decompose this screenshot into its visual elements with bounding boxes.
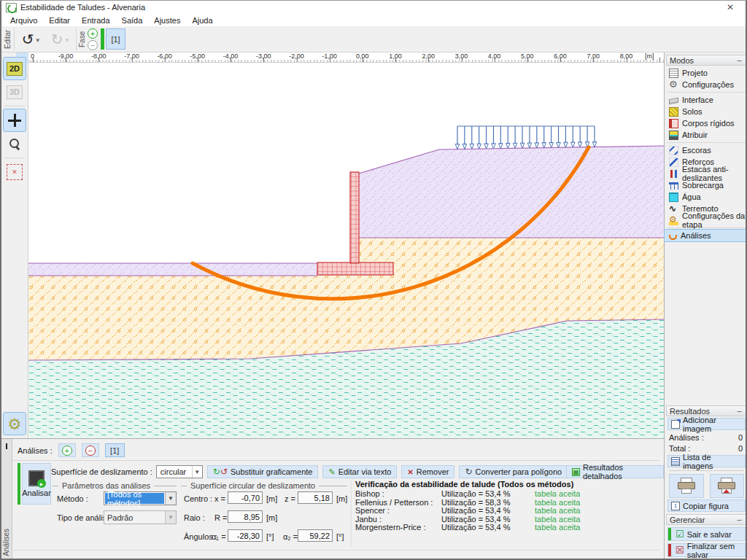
replace-graphically-button[interactable]: Substituir graficamente (207, 465, 319, 478)
wall-footing (317, 262, 393, 275)
detailed-results-button[interactable]: Resultados detalhados (566, 465, 664, 478)
add-phase-button[interactable]: + (88, 28, 98, 39)
copy-figure-icon (671, 502, 680, 510)
sidebar-item-interface[interactable]: Interface (665, 94, 747, 106)
ruler-tick-label: -8,00 (91, 52, 107, 60)
separator (4, 158, 25, 158)
menu-entrada[interactable]: Entrada (76, 15, 116, 26)
minimize-icon[interactable] (735, 407, 744, 415)
refresh-icon (223, 467, 228, 477)
copy-figure-button[interactable]: Copiar figura (667, 499, 746, 512)
analysis-tab-1[interactable]: [1] (105, 443, 125, 457)
zoom-button[interactable] (4, 133, 26, 155)
edit-via-text-button[interactable]: Editar via texto (322, 465, 397, 478)
phase-tab-1[interactable]: [1] (106, 28, 125, 50)
sidebar-item-label: Configurações (682, 80, 734, 89)
alpha1-field[interactable] (228, 529, 263, 542)
remove-button[interactable]: Remover (401, 465, 454, 478)
surface-type-dropdown[interactable]: circular ▼ (156, 465, 203, 478)
project-document-icon (669, 69, 678, 78)
exit-without-saving-button[interactable]: Finalizar sem salvar (667, 543, 746, 557)
main-toolbar: Editar Fase + − [1] (1, 26, 746, 52)
ruler-tick-label: -2,00 (289, 52, 304, 60)
sidebar-item-escoras[interactable]: Escoras (665, 144, 747, 156)
chevron-down-icon (63, 35, 69, 44)
sidebar-item-corpos-rígidos[interactable]: Corpos rígidos (665, 117, 747, 129)
drawing-settings-button[interactable] (4, 413, 26, 435)
sidebar-item-atribuir[interactable]: Atribuir (665, 129, 747, 141)
verification-row: Bishop :Utilização = 53,4 %tabela aceita (355, 490, 662, 499)
menu-editar[interactable]: Editar (43, 15, 76, 26)
alpha2-field[interactable] (298, 529, 333, 542)
pan-button[interactable] (4, 109, 26, 131)
center-z-field[interactable] (298, 491, 333, 504)
refresh-icon (213, 467, 220, 477)
chevron-down-icon: ▼ (165, 492, 176, 505)
sidebar-item-label: Atribuir (682, 131, 708, 139)
center-x-field[interactable] (228, 491, 263, 504)
magnifier-icon (9, 138, 20, 149)
image-list-button[interactable]: Lista de imagens (667, 455, 746, 467)
undo-button[interactable] (18, 28, 44, 50)
ruler-tick-label: 1,00 (389, 52, 402, 60)
sidebar-item-água[interactable]: Água (665, 191, 747, 203)
radius-field[interactable] (228, 510, 263, 523)
sidebar-item-estacas-anti-deslizantes[interactable]: Estacas anti-deslizantes (665, 168, 747, 179)
chevron-down-icon[interactable] (34, 35, 40, 44)
sidebar-item-label: Projeto (682, 69, 708, 77)
printer-icon (677, 478, 696, 494)
print-buttons-row (669, 474, 744, 498)
settings-gear-icon (669, 80, 678, 90)
modos-list: ProjetoConfiguraçõesInterfaceSolosCorpos… (665, 67, 747, 241)
analises-vertical-tab[interactable]: Análises (2, 529, 10, 556)
menu-ajuda[interactable]: Ajuda (186, 15, 218, 26)
add-image-icon (671, 420, 680, 429)
print-document-button[interactable] (669, 474, 704, 498)
sidebar-item-solos[interactable]: Solos (665, 106, 747, 117)
sidebar-item-label: Água (682, 192, 701, 201)
analyze-chip-icon (28, 470, 44, 486)
title-bar: Estabilidade de Taludes - Alvenaria (1, 1, 746, 14)
sidebar-item-configurações-da-etapa[interactable]: Configurações da etapa (665, 214, 747, 226)
metodo-dropdown[interactable]: [Todos os métodos] ▼ (104, 491, 177, 505)
menu-arquivo[interactable]: Arquivo (4, 15, 43, 26)
menu-saída[interactable]: Saída (116, 15, 149, 26)
add-analysis-button[interactable]: + (58, 443, 76, 457)
minimize-icon[interactable] (735, 56, 744, 64)
sidebar-item-projeto[interactable]: Projeto (665, 67, 747, 79)
utilization-value: Utilização = 53,4 % (441, 507, 535, 516)
close-icon[interactable] (724, 1, 737, 13)
verification-rows: Bishop :Utilização = 53,4 %tabela aceita… (355, 490, 662, 532)
sidebar-item-label: Configurações da etapa (682, 211, 747, 229)
menu-ajustes[interactable]: Ajustes (148, 15, 186, 26)
ruler-tick-label: 3,00 (455, 52, 468, 60)
sidebar-item-label: Corpos rígidos (682, 119, 735, 128)
verification-title: Verificação da estabilidade de talude (T… (355, 480, 662, 489)
separator (667, 92, 746, 93)
analisar-button[interactable]: Analisar (22, 463, 51, 505)
minimize-icon[interactable] (735, 516, 744, 524)
metodo-label: Método : (57, 494, 88, 503)
print-picture-button[interactable] (710, 474, 745, 498)
detailed-results-icon (572, 468, 580, 476)
drawing-canvas[interactable] (28, 63, 664, 438)
modos-panel-header: Modos (666, 55, 747, 66)
window-title: Estabilidade de Taludes - Alvenaria (20, 3, 145, 12)
analysis-bottom-panel: Análises Análises : + − [1] Analisar Sup… (1, 438, 664, 560)
3d-icon: 3D (7, 85, 23, 99)
convert-to-polygon-button[interactable]: Converter para polígono (459, 465, 568, 478)
app-logo-icon (6, 3, 17, 12)
phase-accent-bar (101, 28, 104, 50)
add-image-button[interactable]: Adicionar imagem (667, 418, 746, 430)
view-2d-button[interactable]: 2D (4, 58, 26, 79)
remove-analysis-button[interactable]: − (82, 443, 99, 457)
panel-handle[interactable] (6, 443, 7, 449)
save-and-exit-button[interactable]: Sair e salvar (667, 527, 746, 541)
sidebar-item-análises[interactable]: Análises (665, 230, 747, 241)
verification-row: Morgenstern-Price :Utilização = 53,4 %ta… (355, 524, 662, 532)
fit-extent-icon (7, 164, 23, 180)
fit-view-button[interactable] (4, 161, 26, 183)
water-icon (669, 192, 678, 202)
sidebar-item-configurações[interactable]: Configurações (665, 79, 747, 90)
tipo-analise-dropdown: Padrão ▼ (104, 510, 177, 524)
